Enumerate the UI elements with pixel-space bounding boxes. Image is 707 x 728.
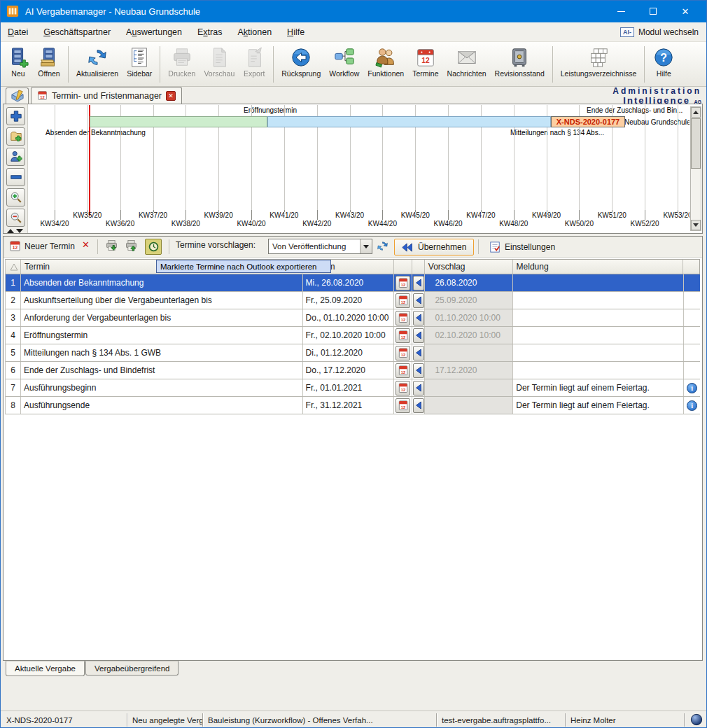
export-button[interactable]: Export: [239, 44, 270, 79]
apply-suggestion-button[interactable]: [413, 293, 424, 308]
info-icon[interactable]: [687, 400, 697, 411]
funktionen-button[interactable]: Funktionen: [363, 44, 408, 79]
add-group-button[interactable]: [6, 127, 25, 146]
calendar-picker-button[interactable]: 12: [396, 363, 410, 378]
leistungsverzeichnisse-button[interactable]: Leistungsverzeichnisse: [556, 44, 641, 79]
header-vorschlag[interactable]: Vorschlag: [425, 260, 513, 274]
termin-cell[interactable]: Mitteilungen nach § 134 Abs. 1 GWB: [21, 344, 303, 361]
table-row[interactable]: 8 Ausführungsende Fr., 31.12.2021 12 Der…: [6, 397, 700, 414]
remove-button[interactable]: [6, 168, 25, 186]
scroll-down-icon[interactable]: [16, 229, 23, 233]
nachrichten-button[interactable]: Nachrichten: [443, 44, 491, 79]
table-row[interactable]: 7 Ausführungsbeginn Fr., 01.01.2021 12 D…: [6, 379, 700, 397]
tab-close-icon[interactable]: [166, 91, 176, 101]
minimize-button[interactable]: [605, 0, 637, 22]
termin-cell[interactable]: Eröffnungstermin: [21, 327, 303, 344]
print-import-button[interactable]: [106, 239, 118, 251]
calendar-picker-button[interactable]: 12: [396, 328, 410, 343]
table-row[interactable]: 4 Eröffnungstermin Fr., 02.10.2020 10:00…: [6, 327, 700, 344]
scroll-up-icon[interactable]: [7, 229, 14, 233]
info-icon[interactable]: [687, 383, 697, 393]
workflow-button[interactable]: Workflow: [325, 44, 363, 79]
aktualisieren-button[interactable]: Aktualisieren: [72, 44, 122, 79]
apply-suggestion-button[interactable]: [413, 381, 424, 396]
bottom-tab-aktuelle-vergabe[interactable]: Aktuelle Vergabe: [6, 661, 85, 676]
scrollbar-up-button[interactable]: [691, 107, 701, 118]
menu-aktionen[interactable]: Aktionen: [230, 24, 279, 41]
suggest-mode-dropdown[interactable]: Von Veröffentlichung: [268, 239, 372, 254]
bekanntmachung-phase-bar[interactable]: [90, 116, 267, 127]
maximize-button[interactable]: [637, 0, 669, 22]
termin-cell[interactable]: Anforderung der Vergabeunterlagen bis: [21, 309, 303, 326]
apply-suggestion-button[interactable]: [413, 346, 424, 360]
sidebar-button[interactable]: Sidebar: [122, 44, 156, 79]
table-row[interactable]: 3 Anforderung der Vergabeunterlagen bis …: [6, 309, 700, 327]
termin-cell[interactable]: Ausführungsbeginn: [21, 379, 303, 396]
vorschau-button[interactable]: Vorschau: [200, 44, 239, 79]
zoom-in-button[interactable]: [6, 188, 25, 206]
termin-cell[interactable]: Absenden der Bekanntmachung: [21, 274, 303, 291]
hilfe-button[interactable]: ? Hilfe: [648, 44, 679, 79]
delete-termin-button[interactable]: [82, 239, 90, 250]
add-person-button[interactable]: [6, 148, 25, 166]
calendar-picker-button[interactable]: 12: [396, 398, 410, 413]
neu-button[interactable]: Neu: [3, 44, 34, 79]
datum-cell[interactable]: Fr., 01.01.2021: [303, 379, 395, 396]
termin-cell[interactable]: Auskunftserteilung über die Vergabeunter…: [21, 292, 303, 309]
datum-cell[interactable]: Di., 01.12.2020: [303, 344, 395, 361]
menu-datei[interactable]: Datei: [0, 24, 36, 41]
table-row[interactable]: 6 Ende der Zuschlags- und Bindefrist Do.…: [6, 362, 700, 379]
menu-auswertungen[interactable]: Auswertungen: [118, 24, 190, 41]
datum-cell[interactable]: Do., 17.12.2020: [303, 362, 395, 379]
apply-suggestion-button[interactable]: [413, 398, 424, 413]
menu-extras[interactable]: Extras: [190, 24, 230, 41]
revisionsstand-button[interactable]: Revisionsstand: [491, 44, 549, 79]
scrollbar-down-button[interactable]: [691, 220, 701, 230]
calendar-picker-button[interactable]: 12: [396, 381, 410, 396]
uebernehmen-button[interactable]: Übernehmen: [394, 239, 474, 255]
datum-cell[interactable]: Do., 01.10.2020 10:00: [303, 309, 395, 326]
apply-suggestion-button[interactable]: [413, 328, 424, 343]
zuschlags-phase-bar[interactable]: X-NDS-2020-0177: [551, 116, 625, 127]
zoom-out-button[interactable]: [6, 209, 25, 227]
termin-cell[interactable]: Ausführungsende: [21, 397, 303, 414]
apply-suggestion-button[interactable]: [413, 363, 424, 378]
calendar-picker-button[interactable]: 12: [396, 311, 410, 326]
menu-geschaeftspartner[interactable]: Geschäftspartner: [36, 24, 118, 41]
close-button[interactable]: [669, 0, 701, 22]
apply-suggestion-button[interactable]: [413, 311, 424, 326]
ruecksprung-button[interactable]: Rücksprung: [277, 44, 325, 79]
gantt-scrollbar[interactable]: [690, 106, 701, 231]
quick-access-tab[interactable]: [6, 88, 29, 104]
termin-cell[interactable]: Ende der Zuschlags- und Bindefrist: [21, 362, 303, 379]
outlook-export-button[interactable]: [145, 239, 162, 255]
datum-cell[interactable]: Fr., 31.12.2021: [303, 397, 395, 414]
datum-cell[interactable]: Fr., 25.09.2020: [303, 292, 395, 309]
calendar-picker-button[interactable]: 12: [396, 346, 410, 360]
datum-cell[interactable]: Mi., 26.08.2020: [303, 274, 395, 291]
table-row[interactable]: 1 Absenden der Bekanntmachung Mi., 26.08…: [6, 274, 700, 292]
termine-button[interactable]: 12 Termine: [408, 44, 442, 79]
sort-column-header[interactable]: [6, 260, 21, 274]
calendar-picker-button[interactable]: 12: [396, 293, 410, 308]
add-termin-button[interactable]: [6, 107, 25, 125]
angebots-phase-bar[interactable]: [267, 116, 551, 127]
bottom-tab-vergabeuebergreifend[interactable]: Vergabeübergreifend: [85, 661, 178, 676]
tab-termin-und-fristenmanager[interactable]: 12 Termin- und Fristenmanager: [31, 87, 182, 104]
print-export-button[interactable]: [125, 239, 137, 251]
module-switch-button[interactable]: AI- Modul wechseln: [617, 24, 701, 40]
table-row[interactable]: 2 Auskunftserteilung über die Vergabeunt…: [6, 292, 700, 309]
datum-cell[interactable]: Fr., 02.10.2020 10:00: [303, 327, 395, 344]
apply-suggestion-button[interactable]: [413, 276, 424, 290]
oeffnen-button[interactable]: Öffnen: [34, 44, 64, 79]
table-row[interactable]: 5 Mitteilungen nach § 134 Abs. 1 GWB Di.…: [6, 344, 700, 362]
neuer-termin-button[interactable]: 12 Neuer Termin: [9, 240, 75, 252]
dropdown-arrow-icon[interactable]: [360, 239, 372, 253]
calendar-picker-button[interactable]: 12: [396, 276, 410, 290]
drucken-button[interactable]: Drucken: [164, 44, 200, 79]
einstellungen-button[interactable]: Einstellungen: [485, 239, 559, 255]
menu-hilfe[interactable]: Hilfe: [279, 24, 312, 41]
header-meldung[interactable]: Meldung: [513, 260, 684, 274]
recalc-suggestions-button[interactable]: [377, 240, 388, 252]
scrollbar-thumb[interactable]: [691, 118, 701, 169]
